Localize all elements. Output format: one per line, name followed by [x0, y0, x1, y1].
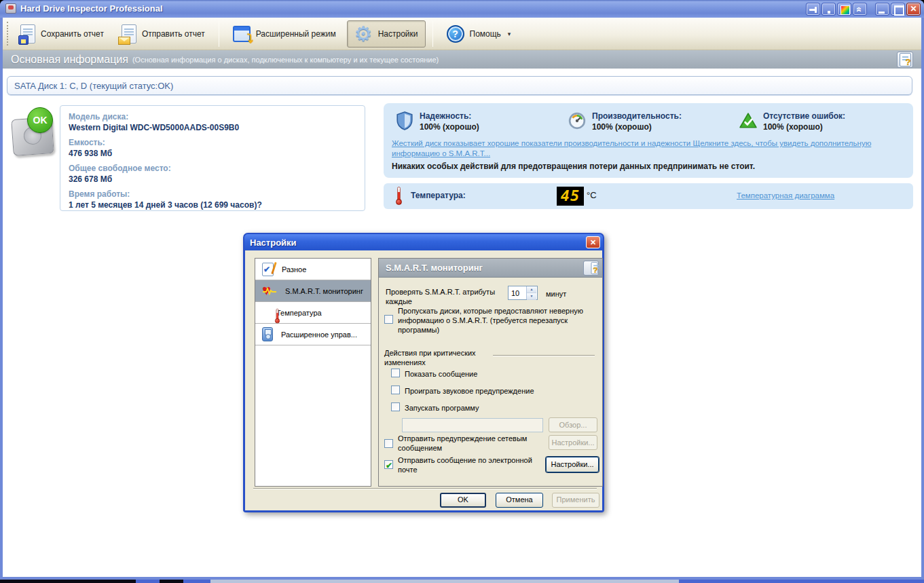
settings-gear-icon: ⚙: [354, 24, 373, 43]
toolbar-grip[interactable]: [7, 22, 8, 45]
run-program-checkbox[interactable]: [391, 402, 400, 411]
nav-item-advanced-management[interactable]: Расширенное управ...: [255, 324, 371, 345]
window-controls: « ✕: [806, 3, 921, 16]
send-report-label: Отправить отчет: [142, 29, 205, 39]
app-window: Hard Drive Inspector Professional « ✕: [0, 0, 924, 580]
no-errors-label: Отсутствие ошибок:: [763, 111, 845, 121]
interval-label: Проверять S.M.A.R.T. атрибуты каждые: [386, 287, 506, 306]
nav-item-label: Разное: [282, 265, 306, 274]
section-help-button[interactable]: ?: [897, 52, 913, 68]
disk-drive-icon: OK: [11, 107, 58, 157]
dialog-close-button[interactable]: ✕: [586, 236, 600, 248]
panel-help-button[interactable]: ?: [583, 261, 599, 276]
disk-field-value: 326 678 Мб: [69, 174, 356, 184]
settings-dialog: Настройки ✕ ✔ Разное ♥: [243, 233, 604, 512]
ok-button[interactable]: OK: [440, 493, 486, 508]
reliability-value: 100% (хорошо): [420, 122, 479, 132]
gauge-icon: [568, 111, 586, 130]
dialog-body: ✔ Разное ♥ S.M.A.R.T. мониторинг: [245, 251, 602, 510]
net-message-label: Отправить предупреждение сетевым сообщен…: [398, 434, 547, 453]
disk-field-label: Время работы:: [69, 189, 356, 199]
maximize-button[interactable]: [891, 3, 905, 16]
group-divider: [493, 355, 595, 356]
no-errors-stat: Отсутствие ошибок: 100% (хорошо): [739, 111, 845, 132]
skin-icon[interactable]: [837, 3, 851, 16]
smart-info-link[interactable]: Жесткий диск показывает хорошие показате…: [392, 138, 906, 159]
advanced-mode-icon: ⤵: [233, 26, 251, 42]
disk-bar-title: SATA Диск 1: C, D (текущий статус:OK): [14, 81, 173, 91]
spin-up-icon[interactable]: ▲: [527, 286, 536, 293]
no-errors-value: 100% (хорошо): [763, 122, 845, 132]
play-sound-checkbox[interactable]: [391, 385, 400, 394]
cancel-button[interactable]: Отмена: [496, 493, 543, 508]
nav-item-label: Температура: [276, 309, 322, 317]
minimize-button[interactable]: [875, 3, 889, 16]
help-dropdown-icon: ▾: [508, 31, 511, 37]
interval-input[interactable]: [509, 286, 526, 299]
rollup-icon[interactable]: «: [853, 3, 867, 16]
send-report-button[interactable]: Отправить отчет: [115, 21, 212, 47]
disk-info-card: Модель диска: Western Digital WDC-WD5000…: [60, 105, 365, 211]
smart-monitoring-icon: ♥: [262, 284, 277, 299]
temperature-unit: °C: [587, 190, 597, 200]
help-label: Помощь: [470, 29, 501, 39]
settings-nav: ✔ Разное ♥ S.M.A.R.T. мониторинг: [255, 258, 371, 487]
thermometer-icon: [396, 187, 402, 205]
nav-item-temperature[interactable]: Температура: [255, 302, 371, 324]
program-path-input[interactable]: [402, 418, 543, 432]
page-question-icon: ?: [900, 53, 911, 67]
skip-disks-checkbox[interactable]: [384, 315, 393, 324]
panel-header-title: S.M.A.R.T. мониторинг: [386, 263, 483, 273]
save-report-button[interactable]: Сохранить отчет: [14, 21, 111, 47]
help-icon: ?: [447, 25, 464, 43]
interval-spinner: ▲ ▼: [508, 286, 538, 300]
temperature-lcd: 45: [557, 187, 584, 206]
net-message-checkbox[interactable]: [384, 439, 393, 448]
disk-field-value: Western Digital WDC-WD5000AADS-00S9B0: [69, 123, 356, 132]
apply-button[interactable]: Применить: [552, 493, 599, 508]
panel-header: S.M.A.R.T. мониторинг ?: [379, 259, 602, 278]
email-label: Отправить сообщение по электронной почте: [398, 455, 547, 474]
nav-item-smart-monitoring[interactable]: ♥ S.M.A.R.T. мониторинг: [255, 280, 371, 302]
reliability-stat: Надежность: 100% (хорошо): [396, 111, 479, 132]
help-button[interactable]: ? Помощь ▾: [440, 22, 518, 46]
controls-gap: [868, 3, 874, 16]
tray-icon[interactable]: [821, 3, 836, 16]
title-bar[interactable]: Hard Drive Inspector Professional « ✕: [0, 0, 924, 18]
performance-value: 100% (хорошо): [592, 122, 682, 132]
advanced-mode-button[interactable]: ⤵ Расширенный режим: [226, 22, 343, 45]
checkmark-icon: ✔: [386, 461, 392, 470]
disk-field-label: Общее свободное место:: [69, 164, 356, 173]
panel-question-icon: ?: [591, 262, 598, 274]
app-icon: [5, 3, 16, 14]
performance-label: Производительность:: [592, 111, 682, 121]
play-sound-label: Проиграть звуковое предупреждение: [405, 386, 534, 396]
temperature-label: Температура:: [411, 191, 466, 200]
temperature-diagram-link[interactable]: Температурная диаграмма: [737, 191, 834, 200]
advanced-management-icon: [262, 327, 273, 341]
critical-actions-label: Действия при критических изменениях: [384, 348, 492, 367]
email-checkbox[interactable]: ✔: [384, 460, 393, 469]
advice-text: Никаких особых действий для предотвращен…: [392, 162, 755, 171]
net-settings-button[interactable]: Настройки...: [549, 435, 597, 450]
pin-icon[interactable]: [806, 3, 820, 16]
spin-down-icon[interactable]: ▼: [527, 293, 536, 300]
email-settings-button[interactable]: Настройки...: [546, 457, 599, 472]
nav-item-misc[interactable]: ✔ Разное: [255, 259, 371, 280]
disk-bar[interactable]: SATA Диск 1: C, D (текущий статус:OK): [7, 76, 912, 95]
dialog-title-bar[interactable]: Настройки ✕: [244, 234, 603, 250]
dialog-title: Настройки: [250, 238, 297, 248]
section-header: Основная информация (Основная информация…: [3, 50, 921, 69]
performance-stat: Производительность: 100% (хорошо): [568, 111, 682, 132]
disk-field-value: 1 лет 5 месяцев 14 дней 3 часов (12 699 …: [69, 200, 356, 210]
page-subtitle: (Основная информация о дисках, подключен…: [132, 56, 439, 64]
show-message-checkbox[interactable]: [391, 369, 400, 377]
nav-item-label: S.M.A.R.T. мониторинг: [285, 287, 363, 295]
status-badge: OK: [27, 107, 53, 133]
interval-unit: минут: [546, 289, 566, 299]
settings-button[interactable]: ⚙ Настройки: [347, 20, 426, 48]
taskbar-strip: [0, 580, 924, 583]
close-button[interactable]: ✕: [906, 3, 921, 16]
run-program-label: Запускать программу: [405, 403, 479, 413]
browse-button[interactable]: Обзор...: [549, 417, 597, 432]
